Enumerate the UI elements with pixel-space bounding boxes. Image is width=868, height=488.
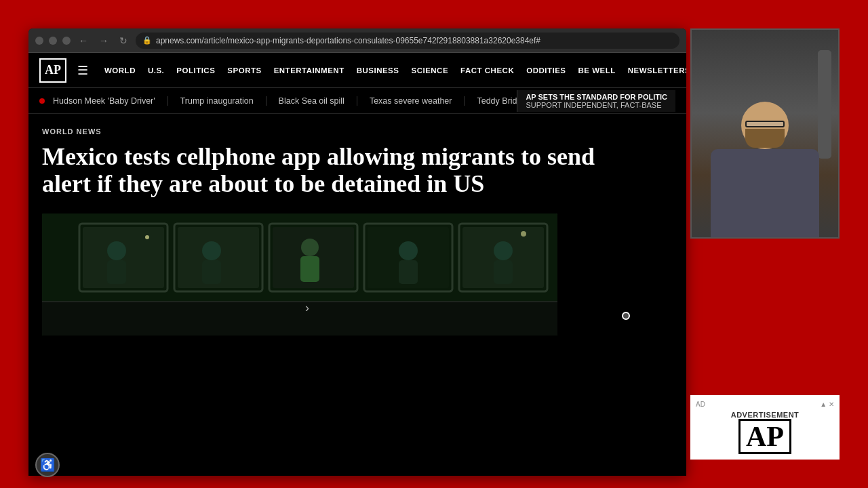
nav-bewell[interactable]: BE WELL [573,66,621,75]
person-body [711,149,819,237]
ap-header: AP ☰ WORLD U.S. POLITICS SPORTS ENTERTAI… [28,53,686,88]
article-image: › [42,214,557,336]
nav-us[interactable]: U.S. [142,66,170,75]
svg-point-11 [107,241,126,260]
webcam-inner [692,30,838,237]
svg-rect-16 [300,256,319,282]
nav-science[interactable]: SCIENCE [406,66,454,75]
back-button[interactable]: ← [76,34,91,47]
ticker-item-4[interactable]: Teddy Bridgewater [465,96,517,106]
refresh-button[interactable]: ↻ [117,34,130,47]
svg-rect-18 [399,260,418,284]
url-text: apnews.com/article/mexico-app-migrants-d… [156,36,540,45]
main-nav: WORLD U.S. POLITICS SPORTS ENTERTAINMENT… [99,66,686,75]
browser-btn-max [62,37,71,45]
webcam-overlay [690,28,840,239]
svg-point-23 [521,231,526,237]
browser-btn-min [49,37,57,45]
ticker-items: Hudson Meek 'Baby Driver' Trump inaugura… [53,96,517,106]
article-image-inner: › [42,214,557,336]
nav-politics[interactable]: POLITICS [171,66,220,75]
svg-point-19 [494,241,513,260]
nav-oddities[interactable]: ODDITIES [521,66,571,75]
browser-btn-close [35,37,43,45]
ticker-dot [39,98,45,104]
ad-label: AD [696,401,705,408]
page-wrapper: ← → ↻ 🔒 apnews.com/article/mexico-app-mi… [0,0,868,488]
person-head [741,102,789,149]
article-headline: Mexico tests cellphone app allowing migr… [42,144,598,197]
ap-news-site: AP ☰ WORLD U.S. POLITICS SPORTS ENTERTAI… [28,53,686,476]
svg-rect-12 [107,260,126,284]
lock-icon: 🔒 [142,36,152,45]
ad-ap-logo: AP [738,419,791,454]
nav-world[interactable]: WORLD [99,66,141,75]
nav-business[interactable]: BUSINESS [351,66,405,75]
ad-section: AD ▲ ✕ ADVERTISEMENT AP [690,395,840,460]
svg-text:›: › [305,301,309,314]
nav-newsletters[interactable]: NEWSLETTERS [623,66,686,75]
ticker-item-1[interactable]: Trump inauguration [168,96,267,106]
accessibility-button[interactable]: ♿ [35,453,60,477]
browser-chrome: ← → ↻ 🔒 apnews.com/article/mexico-app-mi… [28,28,686,53]
beard [745,129,785,148]
svg-rect-21 [42,302,557,336]
ad-close-button[interactable]: ▲ ✕ [820,401,834,408]
hamburger-menu[interactable]: ☰ [77,63,88,78]
ad-header: AD ▲ ✕ [696,401,834,408]
address-bar[interactable]: 🔒 apnews.com/article/mexico-app-migrants… [136,33,679,49]
ticker-bar: Hudson Meek 'Baby Driver' Trump inaugura… [28,88,686,114]
forward-button[interactable]: → [96,34,111,47]
accessibility-icon: ♿ [40,458,55,472]
ticker-item-0[interactable]: Hudson Meek 'Baby Driver' [53,96,168,106]
ap-logo[interactable]: AP [39,58,66,83]
person-figure [692,102,838,237]
svg-rect-14 [202,260,221,284]
section-label: WORLD NEWS [42,127,673,136]
nav-factcheck[interactable]: FACT CHECK [455,66,519,75]
ticker-item-3[interactable]: Texas severe weather [357,96,465,106]
svg-point-13 [202,241,221,260]
svg-point-15 [301,239,319,256]
nav-entertainment[interactable]: ENTERTAINMENT [269,66,350,75]
nav-sports[interactable]: SPORTS [222,66,267,75]
ticker-item-2[interactable]: Black Sea oil spill [267,96,357,106]
svg-point-22 [145,235,149,239]
article-image-svg: › [42,214,557,336]
browser-window: ← → ↻ 🔒 apnews.com/article/mexico-app-mi… [28,28,686,476]
svg-rect-20 [494,260,513,284]
glasses [745,121,785,127]
advertisement-text: ADVERTISEMENT [731,411,800,419]
ap-main-content: WORLD NEWS Mexico tests cellphone app al… [28,114,686,476]
svg-point-17 [399,241,418,260]
ticker-promo: AP SETS THE STANDARD FOR POLITIC SUPPORT… [517,90,675,112]
